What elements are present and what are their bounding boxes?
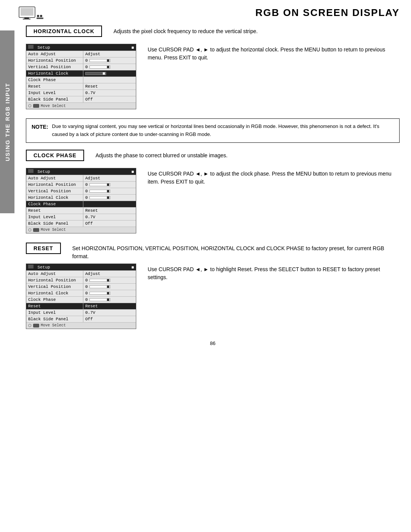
osd-label-2-0: Auto Adjust (26, 175, 83, 181)
clock-phase-header-row: CLOCK PHASE Adjusts the phase to correct… (26, 150, 400, 165)
osd-row-3-6: Input Level 0.7V (26, 309, 136, 316)
device-icon (18, 5, 45, 22)
osd-row-1-2: Vertical Position 0 (26, 64, 136, 70)
osd-value-1-5: Reset (83, 83, 136, 89)
osd-row-1-7: Black Side Panel Off (26, 96, 136, 102)
horizontal-clock-header: HORIZONTAL CLOCK (26, 26, 102, 37)
osd-label-2-7: Black Side Panel (26, 220, 83, 227)
reset-header: RESET (26, 243, 61, 254)
horizontal-clock-header-row: HORIZONTAL CLOCK Adjusts the pixel clock… (26, 26, 400, 41)
osd-row-1-0: Auto Adjust Adjust (26, 51, 136, 57)
osd-row-3-2: Vertical Position 0 (26, 283, 136, 290)
osd-label-1-4: Clock Phase (26, 77, 83, 83)
osd-title-marker-3: ◼ (131, 265, 134, 270)
osd-value-1-0: Adjust (83, 51, 136, 57)
osd-footer-1: ⬡ Move Select (26, 102, 136, 109)
osd-row-2-5: Reset Reset (26, 207, 136, 214)
clock-phase-section: CLOCK PHASE Adjusts the phase to correct… (26, 150, 400, 233)
osd-row-3-4: Clock Phase 0 (26, 296, 136, 303)
osd-value-3-1: 0 (83, 277, 136, 283)
osd-row-3-5: Reset Reset (26, 303, 136, 309)
osd-title-1: Setup (28, 45, 50, 50)
osd-footer-3: ⬡ Move Select (26, 322, 136, 329)
osd-bar-3-1 (89, 279, 110, 282)
osd-label-3-7: Black Side Panel (26, 316, 83, 322)
osd-row-1-4: Clock Phase (26, 77, 136, 83)
osd-row-2-6: Input Level 0.7V (26, 214, 136, 220)
osd-label-2-3: Horizontal Clock (26, 195, 83, 201)
osd-label-1-5: Reset (26, 83, 83, 89)
osd-value-2-5: Reset (83, 208, 136, 214)
osd-title-icon-3 (28, 265, 33, 268)
osd-title-marker-1: ◼ (131, 45, 134, 50)
osd-value-2-4 (83, 201, 136, 207)
clock-phase-desc: Adjusts the phase to correct blurred or … (96, 152, 400, 160)
osd-bar-2-3 (89, 196, 110, 199)
osd-select-icon-3 (33, 324, 39, 328)
osd-footer-arrow-2: ⬡ (28, 228, 32, 232)
osd-label-2-2: Vertical Position (26, 188, 83, 194)
note-label: NOTE: (32, 123, 48, 139)
osd-label-2-6: Input Level (26, 214, 83, 220)
osd-value-1-3 (83, 70, 136, 77)
osd-label-3-0: Auto Adjust (26, 271, 83, 277)
clock-phase-header: CLOCK PHASE (26, 150, 84, 161)
sidebar-label: USING THE RGB INPUT (0, 30, 14, 213)
osd-value-2-2: 0 (83, 188, 136, 194)
osd-value-1-7: Off (83, 96, 136, 102)
osd-value-3-3: 0 (83, 290, 136, 296)
osd-title-bar-1: Setup ◼ (26, 44, 136, 51)
page-title: RGB ON SCREEN DISPLAY (26, 7, 400, 19)
osd-label-1-2: Vertical Position (26, 64, 83, 70)
osd-title-2: Setup (28, 169, 50, 174)
osd-row-1-6: Input Level 0.7V (26, 89, 136, 96)
osd-bar-1-1 (89, 59, 110, 62)
osd-label-2-1: Horizontal Position (26, 182, 83, 188)
osd-title-icon-2 (28, 169, 33, 173)
osd-label-3-2: Vertical Position (26, 284, 83, 290)
osd-label-3-5: Reset (26, 303, 83, 309)
osd-row-2-0: Auto Adjust Adjust (26, 175, 136, 181)
osd-row-3-3: Horizontal Clock 0 (26, 290, 136, 296)
page-number: 86 (26, 340, 400, 346)
osd-label-3-4: Clock Phase (26, 297, 83, 303)
osd-row-1-3: Horizontal Clock (26, 70, 136, 77)
osd-select-icon-2 (33, 228, 39, 232)
osd-row-2-7: Black Side Panel Off (26, 220, 136, 227)
reset-content-row: Setup ◼ Auto Adjust Adjust Horizontal Po… (26, 264, 400, 329)
reset-desc: Set HORIZONTAL POSITION, VERTICAL POSITI… (72, 244, 400, 260)
svg-point-4 (37, 15, 39, 17)
reset-header-row: RESET Set HORIZONTAL POSITION, VERTICAL … (26, 243, 400, 260)
osd-label-3-6: Input Level (26, 310, 83, 316)
osd-value-3-0: Adjust (83, 271, 136, 277)
osd-footer-2: ⬡ Move Select (26, 227, 136, 233)
osd-value-3-7: Off (83, 316, 136, 322)
svg-point-5 (40, 15, 42, 17)
osd-value-2-3: 0 (83, 195, 136, 201)
osd-row-1-5: Reset Reset (26, 83, 136, 89)
osd-footer-arrow-3: ⬡ (28, 323, 32, 328)
reset-osd: Setup ◼ Auto Adjust Adjust Horizontal Po… (26, 264, 136, 329)
horizontal-clock-desc: Adjusts the pixel clock frequency to red… (113, 27, 400, 35)
osd-row-2-2: Vertical Position 0 (26, 188, 136, 194)
horizontal-clock-osd: Setup ◼ Auto Adjust Adjust Horizontal Po… (26, 44, 136, 109)
osd-value-2-1: 0 (83, 182, 136, 188)
clock-phase-content-row: Setup ◼ Auto Adjust Adjust Horizontal Po… (26, 168, 400, 233)
osd-label-2-5: Reset (26, 208, 83, 214)
osd-bar-1-3 (85, 72, 106, 75)
osd-value-2-0: Adjust (83, 175, 136, 181)
osd-value-1-4 (83, 77, 136, 83)
clock-phase-instruction: Use CURSOR PAD ◄, ► to adjust the clock … (148, 170, 400, 186)
osd-bar-2-1 (89, 183, 110, 186)
svg-rect-2 (24, 18, 29, 19)
osd-value-3-4: 0 (83, 297, 136, 303)
osd-label-1-7: Black Side Panel (26, 96, 83, 102)
osd-value-1-6: 0.7V (83, 90, 136, 96)
osd-bar-3-3 (89, 292, 110, 295)
osd-title-icon-1 (28, 45, 33, 49)
clock-phase-osd: Setup ◼ Auto Adjust Adjust Horizontal Po… (26, 168, 136, 233)
note-text: Due to varying signal content, you may s… (52, 123, 394, 139)
osd-value-1-1: 0 (83, 58, 136, 64)
osd-row-2-3: Horizontal Clock 0 (26, 194, 136, 201)
osd-bar-3-4 (89, 298, 110, 301)
